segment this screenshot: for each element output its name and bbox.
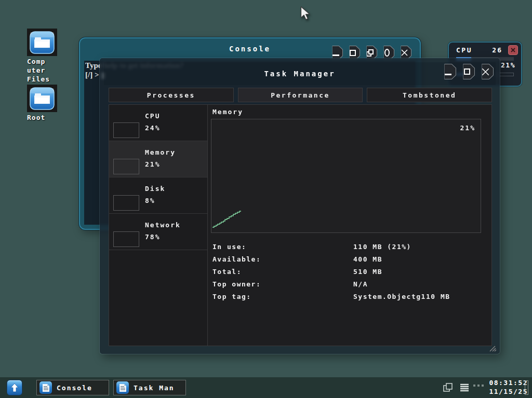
console-window-controls [328, 46, 411, 60]
tab-processes[interactable]: Processes [109, 88, 234, 102]
tab-label: Tombstoned [403, 91, 456, 99]
sidebar-item-disk[interactable]: Disk 8% [109, 177, 207, 214]
detail-value: 400 MB [353, 255, 481, 264]
performance-sidebar: CPU 24% Memory 21% Disk 8% Network 78% [109, 104, 208, 346]
icon-plate [27, 29, 57, 56]
memory-graph-line [212, 209, 242, 228]
clock-time: 08:31:52 [480, 378, 528, 387]
desktop-icon-computer-files[interactable]: Comp uter Files [27, 29, 57, 84]
taskbar-item-label: Task Man [134, 384, 175, 392]
detail-label: Top owner: [212, 280, 353, 289]
opacity-button[interactable] [380, 46, 394, 60]
tab-label: Processes [147, 91, 195, 99]
taskbar-item-label: Console [57, 384, 92, 392]
close-icon [481, 67, 490, 76]
close-icon [510, 47, 516, 53]
metric-name: Memory [145, 148, 176, 156]
mouse-cursor [300, 6, 311, 21]
hamburger-icon [460, 383, 469, 392]
up-arrow-icon [10, 383, 19, 392]
memory-widget-value: 21% [501, 61, 515, 69]
mini-graph [113, 122, 139, 138]
icon-label-line: uter [27, 66, 45, 74]
console-prompt: [/] > [85, 71, 99, 79]
minimize-icon [332, 54, 339, 56]
mini-graph [113, 195, 139, 211]
maximize-button[interactable] [459, 64, 475, 79]
icon-label-line: Root [27, 114, 45, 121]
maximize-icon [464, 68, 470, 75]
sidebar-item-network[interactable]: Network 78% [109, 214, 207, 250]
taskbar: Console Task Man 08:31:52 11/15/25 [0, 377, 532, 398]
folder-icon [30, 31, 55, 54]
task-manager-window[interactable]: Task Manager Processes Performance Tombs… [100, 58, 500, 354]
oval-icon [384, 49, 390, 57]
chart-current-value: 21% [460, 124, 475, 132]
taskbar-item-console[interactable]: Console [36, 380, 109, 395]
cpu-widget-label: CPU [456, 46, 472, 54]
detail-value: System.Objectg110 MB [353, 293, 481, 301]
memory-details-table: In use: 110 MB (21%) Available: 400 MB T… [212, 243, 481, 301]
task-manager-tabs: Processes Performance Tombstoned [109, 88, 492, 102]
show-desktop-button[interactable] [525, 380, 528, 395]
app-document-icon [116, 381, 129, 394]
minimize-icon [445, 74, 451, 75]
menu-button[interactable] [459, 382, 470, 393]
icon-label-line: Comp [27, 58, 45, 65]
performance-panel: CPU 24% Memory 21% Disk 8% Network 78% M… [109, 104, 492, 346]
metric-name: CPU [145, 112, 160, 120]
close-button[interactable] [397, 46, 411, 60]
task-manager-controls [440, 64, 494, 79]
metric-value: 24% [145, 124, 160, 132]
icon-plate [27, 85, 57, 112]
mini-graph [113, 159, 139, 174]
minimize-button[interactable] [440, 64, 456, 79]
close-button[interactable] [477, 64, 494, 79]
maximize-button[interactable] [345, 46, 360, 60]
task-manager-title: Task Manager [104, 62, 496, 85]
start-button[interactable] [7, 380, 22, 395]
memory-detail-pane: Memory 21% In use: 110 MB (21%) Availabl… [208, 104, 492, 346]
metric-value: 78% [145, 233, 160, 241]
desktop-icon-root[interactable]: Root [27, 85, 57, 122]
icon-label-line: Files [27, 75, 50, 83]
close-icon [401, 49, 408, 57]
widget-close-button[interactable] [508, 45, 518, 55]
metric-name: Network [145, 221, 181, 229]
cascade-windows-icon [366, 49, 374, 57]
sidebar-item-cpu[interactable]: CPU 24% [109, 105, 207, 141]
detail-label: In use: [212, 243, 353, 251]
cascade-button[interactable] [363, 46, 377, 60]
tab-label: Performance [271, 91, 330, 99]
detail-label: Available: [212, 255, 353, 264]
taskbar-clock[interactable]: 08:31:52 11/15/25 [480, 378, 528, 396]
mini-graph [113, 231, 139, 247]
memory-usage-chart: 21% [211, 119, 481, 233]
taskbar-item-task-manager[interactable]: Task Man [113, 380, 186, 395]
cascade-windows-icon [443, 382, 453, 393]
pane-heading: Memory [212, 108, 243, 116]
resize-grip[interactable] [488, 344, 497, 352]
cascade-windows-button[interactable] [442, 382, 454, 393]
cpu-widget-value: 26 [492, 46, 502, 54]
tab-performance[interactable]: Performance [238, 88, 363, 102]
metric-value: 8% [145, 197, 155, 204]
metric-name: Disk [145, 185, 165, 193]
detail-label: Total: [212, 268, 353, 276]
detail-value: N/A [353, 280, 481, 289]
maximize-icon [350, 50, 356, 56]
folder-icon [30, 87, 55, 110]
task-manager-titlebar[interactable]: Task Manager [104, 62, 496, 85]
tab-tombstoned[interactable]: Tombstoned [367, 88, 492, 102]
sidebar-item-memory[interactable]: Memory 21% [109, 141, 207, 177]
clock-date: 11/15/25 [480, 387, 528, 396]
metric-value: 21% [145, 160, 160, 168]
detail-value: 110 MB (21%) [353, 243, 481, 251]
minimize-button[interactable] [328, 46, 343, 60]
app-document-icon [39, 381, 52, 394]
detail-label: Top tag: [212, 293, 353, 301]
detail-value: 510 MB [353, 268, 481, 276]
